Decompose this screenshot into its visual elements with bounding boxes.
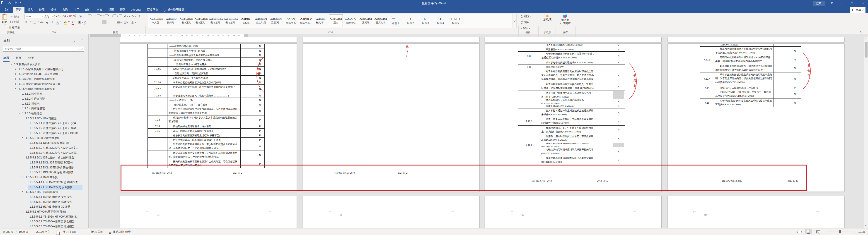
accessibility-status[interactable]: 辅助功能: 调查 — [113, 228, 131, 235]
zoom-slider[interactable] — [829, 232, 851, 232]
style-card-7[interactable]: AaBbCcDd批注引用 — [254, 14, 268, 27]
next-page-top[interactable]: 102- — [303, 196, 479, 228]
horizontal-ruler[interactable]: 2468101214161820222426283032343638404244… — [90, 34, 248, 37]
language-indicator[interactable]: 英语(美国) — [63, 228, 76, 235]
expand-arrow-icon[interactable] — [15, 73, 16, 75]
ribbon-tab-6[interactable]: 引用 — [71, 7, 82, 13]
scroll-down-icon[interactable]: ▼ — [865, 225, 867, 227]
ribbon-tab-2[interactable]: 插入 — [25, 7, 36, 13]
style-card-16[interactable]: 一、标题 1 — [389, 14, 403, 27]
font-family-combo[interactable]: 宋体 — [25, 14, 44, 19]
asian-layout-icon[interactable]: A⇄ — [124, 14, 130, 18]
character-shading-icon[interactable]: A — [78, 21, 81, 24]
text-effects-chevron-icon[interactable] — [61, 21, 62, 22]
style-card-12[interactable]: AaBbCcDdI正文 — [329, 14, 343, 27]
maximize-button[interactable]: □ — [848, 0, 855, 7]
font-dialog-launcher-icon[interactable] — [82, 31, 84, 33]
collapse-arrow-icon[interactable] — [22, 137, 23, 139]
nav-item[interactable]: 1.3.5.5.1.2 液体加热器（花茶壶） 描述... — [0, 126, 88, 131]
save-to-baidu-button[interactable]: 保存到百度网盘 — [558, 14, 573, 25]
next-page-top[interactable]: 103- — [668, 196, 844, 228]
decrease-indent-icon[interactable]: ◂ — [112, 14, 117, 17]
ribbon-tab-11[interactable]: Acrobat — [128, 7, 144, 13]
ribbon-tab-3[interactable]: 绘图 — [36, 7, 48, 13]
style-card-19[interactable]: 1.1.1标题 4 — [433, 14, 447, 27]
sort-icon[interactable]: A↓Z — [132, 14, 136, 18]
borders-icon[interactable] — [131, 21, 136, 24]
collapse-arrow-icon[interactable] — [15, 88, 16, 90]
font-size-combo[interactable]: 五号 — [43, 14, 54, 19]
page-indicator[interactable]: 第 980 页, 共 1909 页 — [2, 228, 28, 235]
clipboard-dialog-launcher-icon[interactable] — [20, 31, 22, 33]
style-card-17[interactable]: 1标题 2 — [404, 14, 417, 27]
nav-item[interactable]: 1.3.5.5.2.3 豆浆机3C报告-4222403+描... — [0, 150, 88, 156]
replace-button[interactable]: abac 替换 — [521, 21, 529, 24]
nav-pane-options-icon[interactable] — [73, 39, 74, 43]
nav-item[interactable]: 1.3.5.5.2.1 D805A破壁豆浆机 3c — [0, 141, 88, 145]
zoom-in-icon[interactable]: + — [853, 228, 855, 235]
nav-item[interactable]: 1.3.5.5.4.2 FB-FD402饭煲 安全报告 — [0, 185, 88, 190]
scrollbar-thumb[interactable] — [865, 42, 868, 58]
nav-item[interactable]: 1.3.5.4 商标注册证 — [0, 106, 88, 111]
collapse-arrow-icon[interactable] — [11, 64, 12, 65]
ribbon-tab-12[interactable]: 百度网盘 — [144, 7, 161, 13]
nav-tab-2[interactable]: 结果 — [28, 55, 34, 61]
nav-tab-1[interactable]: 页面 — [16, 55, 22, 61]
nav-item[interactable]: 1.3.2 河北拓开防爆工具有限公司 — [0, 72, 88, 77]
shrink-font-icon[interactable]: A▼ — [58, 14, 62, 18]
nav-item[interactable]: 1.3.5.5.3.2 DCL-325聚嗨锅 安全报告 — [0, 165, 88, 170]
align-center-icon[interactable] — [93, 21, 96, 23]
nav-item[interactable]: 1.3.5.5.6.2 YS-206A-煮茶器 安全报告 — [0, 219, 88, 224]
phonetic-guide-icon[interactable]: wén文 — [73, 14, 77, 18]
nav-item[interactable]: 1.3.5.5.3.1 DCL-325 聚嗨锅 3C证书 — [0, 160, 88, 165]
grow-font-icon[interactable]: A▲ — [54, 14, 58, 18]
scroll-up-icon[interactable]: ▲ — [865, 37, 867, 40]
strikethrough-icon[interactable]: abc — [40, 21, 44, 24]
nav-item[interactable]: 1.3.5.5.3 DCL325电磁炉（多功能料理盘） — [0, 155, 88, 160]
ribbon-tab-10[interactable]: 帮助 — [117, 7, 128, 13]
font-color-icon[interactable]: A — [71, 21, 74, 25]
nav-item[interactable]: 1.3.5.5.5 HK-H3A65电饭煲 — [0, 190, 88, 195]
ribbon-tab-1[interactable]: 开始 — [13, 7, 25, 13]
style-card-10[interactable]: AaBbCc投标文件... — [299, 14, 313, 27]
style-card-3[interactable]: AaBbCcDdE表内正文... — [194, 14, 208, 27]
nav-item[interactable]: 1.3.5.5.6 HT-009A雾萃壶(煮茶器) — [0, 209, 88, 214]
paragraph-dialog-launcher-icon[interactable] — [142, 31, 144, 33]
nav-item[interactable]: 1.3.5.5.3.3 DCL-325聚嗨锅 描述报告 — [0, 170, 88, 175]
ribbon-display-options-icon[interactable]: ⊡ — [829, 0, 836, 7]
show-marks-icon[interactable]: ¶ — [139, 14, 140, 18]
nav-pane-close-icon[interactable]: × — [81, 38, 83, 41]
track-changes-indicator[interactable]: 修订: 关闭 — [91, 228, 103, 235]
collapse-ribbon-icon[interactable] — [860, 30, 861, 34]
proofing-icon[interactable] — [56, 231, 60, 235]
align-right-icon[interactable] — [98, 21, 101, 23]
nav-item[interactable]: 1.3.5.5.6.3 YS-206A-煮茶器 描述报告 — [0, 224, 88, 228]
nav-item[interactable]: 1.3.5.5.2.2 豆浆机3C报告-4222403+安... — [0, 145, 88, 150]
increase-indent-icon[interactable]: ▸ — [117, 14, 122, 17]
bold-icon[interactable]: B — [25, 21, 27, 24]
collapse-arrow-icon[interactable] — [22, 191, 23, 193]
style-card-14[interactable]: AaBbCcDdI无间隔 — [359, 14, 373, 27]
highlight-chevron-icon[interactable] — [68, 21, 70, 22]
clear-formatting-icon[interactable] — [69, 15, 72, 17]
nav-item[interactable]: 1.3.5.5.6.1 YS-206A-HT-009A煮茶器 3... — [0, 214, 88, 220]
nav-item[interactable]: 1.3.5.3 授权书 — [0, 101, 88, 106]
style-card-9[interactable]: AaBb(投标文件 — [284, 14, 298, 27]
nav-item[interactable]: 1.3.5.5.2 D-805A破壁豆浆机 — [0, 136, 88, 141]
justify-icon[interactable] — [102, 21, 106, 24]
print-layout-button[interactable] — [805, 229, 812, 234]
character-border-icon[interactable]: Ⓐ — [79, 14, 82, 18]
nav-item[interactable]: 1.3 制造商授权及资质 — [0, 62, 88, 67]
nav-item[interactable]: 1.3.5.5.5.1 H3A65-电饭煲 安全报告 — [0, 195, 88, 200]
copy-button[interactable]: 复制 — [10, 20, 19, 24]
web-layout-button[interactable] — [815, 229, 822, 234]
nav-item[interactable]: 1.3.5.5.1.3 液体加热器（花茶壶）BC-H1... — [0, 131, 88, 136]
ribbon-tab-9[interactable]: 视图 — [105, 7, 117, 13]
nav-search-input[interactable]: 在文档中搜索 — [3, 46, 84, 52]
ribbon-tab-0[interactable]: 文件 — [1, 7, 13, 13]
styles-dialog-launcher-icon[interactable] — [514, 31, 516, 33]
italic-icon[interactable]: I — [30, 21, 31, 24]
style-card-18[interactable]: 1.1标题 3 — [418, 14, 433, 27]
zoom-level[interactable]: 101% — [858, 228, 865, 235]
style-card-4[interactable]: AaBbCcDdEe表内左两... — [209, 14, 223, 27]
